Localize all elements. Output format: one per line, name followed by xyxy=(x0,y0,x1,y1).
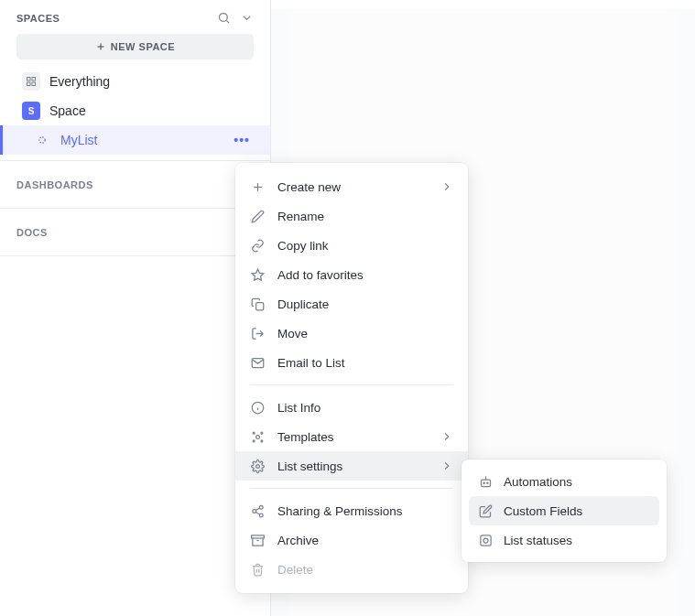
sidebar: SPACES NEW SPACE Everything S xyxy=(0,0,271,616)
menu-label: Create new xyxy=(277,180,428,194)
gear-icon xyxy=(250,459,265,473)
archive-icon xyxy=(250,533,265,547)
docs-section[interactable]: DOCS xyxy=(0,209,270,256)
menu-divider xyxy=(250,384,453,385)
menu-label: Sharing & Permissions xyxy=(277,504,453,518)
share-icon xyxy=(250,503,265,518)
svg-line-28 xyxy=(255,508,259,511)
spaces-header: SPACES xyxy=(16,11,254,25)
templates-icon xyxy=(250,429,265,444)
svg-rect-35 xyxy=(480,535,490,545)
svg-point-22 xyxy=(260,439,262,441)
spaces-section: SPACES NEW SPACE Everything S xyxy=(0,0,270,161)
chevron-right-icon xyxy=(440,180,453,193)
new-space-label: NEW SPACE xyxy=(111,41,175,52)
menu-archive[interactable]: Archive xyxy=(235,525,468,555)
svg-point-25 xyxy=(252,509,255,513)
menu-list-settings[interactable]: List settings xyxy=(235,451,468,481)
sidebar-item-everything[interactable]: Everything xyxy=(16,67,254,96)
submenu-list-statuses[interactable]: List statuses xyxy=(469,525,659,555)
context-menu: Create new Rename Copy link Add to favor… xyxy=(235,163,468,593)
svg-point-26 xyxy=(259,513,263,517)
plus-icon xyxy=(95,41,106,52)
chevron-right-icon xyxy=(440,430,453,443)
spaces-header-icons xyxy=(217,11,254,25)
submenu-label: Custom Fields xyxy=(504,504,582,518)
menu-label: List settings xyxy=(277,459,428,473)
svg-point-21 xyxy=(253,439,255,441)
svg-rect-5 xyxy=(32,78,36,81)
menu-divider xyxy=(250,488,453,489)
menu-templates[interactable]: Templates xyxy=(235,422,468,451)
menu-sharing[interactable]: Sharing & Permissions xyxy=(235,496,468,525)
menu-label: Delete xyxy=(277,563,453,577)
menu-add-favorites[interactable]: Add to favorites xyxy=(235,260,468,289)
menu-label: Duplicate xyxy=(277,297,453,311)
menu-list-info[interactable]: List Info xyxy=(235,393,468,422)
svg-point-18 xyxy=(255,435,259,438)
svg-rect-7 xyxy=(27,82,31,86)
submenu-automations[interactable]: Automations xyxy=(469,467,659,496)
new-space-button[interactable]: NEW SPACE xyxy=(16,34,254,59)
docs-title: DOCS xyxy=(16,227,48,238)
mail-icon xyxy=(250,355,265,370)
menu-move[interactable]: Move xyxy=(235,319,468,348)
list-icon xyxy=(33,135,51,145)
svg-point-20 xyxy=(260,432,262,434)
trash-icon xyxy=(250,562,265,577)
space-badge-icon: S xyxy=(22,102,40,120)
chevron-down-icon[interactable] xyxy=(240,11,254,25)
svg-rect-12 xyxy=(255,302,263,309)
status-icon xyxy=(478,533,493,547)
list-more-icon[interactable]: ••• xyxy=(230,133,254,147)
submenu-custom-fields[interactable]: Custom Fields xyxy=(469,496,659,525)
duplicate-icon xyxy=(250,297,265,311)
dashboards-title: DASHBOARDS xyxy=(16,179,93,190)
svg-rect-6 xyxy=(32,82,36,86)
chevron-right-icon xyxy=(440,459,453,472)
menu-label: Rename xyxy=(277,210,453,223)
menu-duplicate[interactable]: Duplicate xyxy=(235,289,468,319)
svg-line-27 xyxy=(255,512,259,514)
svg-point-8 xyxy=(39,137,45,143)
menu-create-new[interactable]: Create new xyxy=(235,172,468,201)
svg-point-19 xyxy=(253,432,255,434)
sidebar-item-label: Space xyxy=(49,103,86,118)
svg-line-1 xyxy=(226,20,229,23)
svg-point-0 xyxy=(220,14,228,22)
everything-icon xyxy=(22,72,40,91)
dashboards-section[interactable]: DASHBOARDS xyxy=(0,161,270,209)
search-icon[interactable] xyxy=(217,11,231,25)
menu-label: Add to favorites xyxy=(277,268,453,282)
svg-point-36 xyxy=(483,538,488,543)
menu-label: List Info xyxy=(277,401,453,415)
menu-copy-link[interactable]: Copy link xyxy=(235,231,468,260)
edit-square-icon xyxy=(478,503,493,518)
svg-marker-11 xyxy=(252,269,264,280)
menu-label: Archive xyxy=(277,534,453,547)
robot-icon xyxy=(478,474,493,489)
spaces-title: SPACES xyxy=(16,13,60,24)
menu-label: Templates xyxy=(277,430,428,444)
info-icon xyxy=(250,400,265,415)
move-icon xyxy=(250,326,265,340)
sidebar-item-space[interactable]: S Space xyxy=(16,96,254,125)
plus-icon xyxy=(250,179,265,194)
menu-email-list[interactable]: Email to List xyxy=(235,348,468,377)
submenu-label: List statuses xyxy=(504,534,572,547)
svg-point-34 xyxy=(486,482,487,483)
submenu-label: Automations xyxy=(504,475,572,489)
menu-label: Copy link xyxy=(277,239,453,253)
menu-rename[interactable]: Rename xyxy=(235,201,468,231)
pencil-icon xyxy=(250,209,265,223)
menu-label: Email to List xyxy=(277,356,453,370)
svg-point-24 xyxy=(259,505,263,509)
menu-label: Move xyxy=(277,327,453,340)
star-icon xyxy=(250,267,265,282)
svg-rect-4 xyxy=(27,78,31,81)
sidebar-item-mylist[interactable]: MyList ••• xyxy=(0,125,270,155)
svg-rect-29 xyxy=(251,535,264,537)
menu-delete[interactable]: Delete xyxy=(235,555,468,584)
svg-point-23 xyxy=(255,464,259,468)
sidebar-item-label: Everything xyxy=(49,74,110,89)
